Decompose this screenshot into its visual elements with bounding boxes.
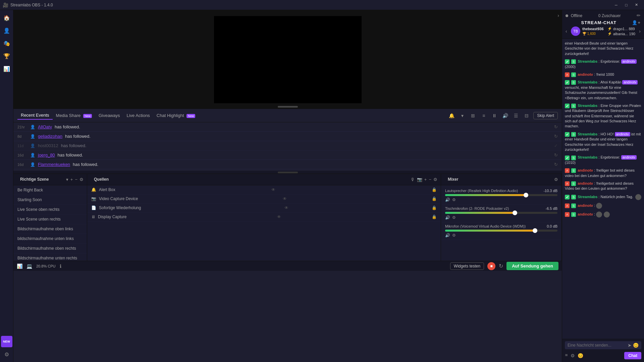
mixer-track[interactable] [445, 230, 557, 232]
mute-button[interactable]: 🔊 [445, 197, 450, 202]
resize-divider[interactable] [13, 171, 562, 174]
info-icon[interactable]: ℹ [60, 263, 61, 269]
source-visibility-icon[interactable]: 👁 [277, 215, 281, 219]
tab-recent-events[interactable]: Recent Events [17, 111, 53, 120]
mixer-track[interactable] [445, 212, 557, 214]
tab-media-share[interactable]: Media Share New [53, 112, 95, 119]
chat-input[interactable] [568, 343, 626, 348]
sl-icon: S [571, 59, 576, 64]
refresh-event-icon[interactable]: ↻ [554, 134, 558, 139]
sidebar-icon-themes[interactable]: 🎭 [1, 38, 12, 49]
scene-item[interactable]: Live Scene oben rechts [13, 205, 87, 215]
sources-camera-icon[interactable]: 📷 [417, 177, 422, 182]
sidebar-icon-analytics[interactable]: 📊 [1, 63, 12, 74]
display-capture-icon: 🖥 [91, 215, 95, 219]
chat-emoji-icon[interactable]: 😊 [578, 353, 583, 358]
list-item[interactable]: 📄 Sofortige Wiederholung 👁 🔒 [87, 203, 441, 213]
mixer-settings-icon[interactable]: ⚙ [554, 177, 558, 182]
check-event-icon[interactable]: ✓ [554, 143, 558, 148]
scene-item[interactable]: Starting Soon [13, 195, 87, 205]
scene-item[interactable]: Be Right Back [13, 185, 87, 195]
list-item[interactable]: 🖥 Display Capture 👁 🔒 [87, 213, 441, 222]
sidebar: 🏠 👤 🎭 🏆 📊 NEW ⚙ [0, 10, 13, 362]
scenes-add-icon[interactable]: + [70, 177, 73, 182]
scenes-settings-icon[interactable]: ⚙ [79, 177, 84, 182]
source-visibility-icon[interactable]: 👁 [271, 187, 275, 192]
mixer-options-icon[interactable]: ⚙ [452, 233, 456, 238]
event-username[interactable]: Flammenkueken [38, 162, 70, 167]
mixer-options-icon[interactable]: ⚙ [452, 215, 456, 220]
check-icon: ✔ [565, 195, 570, 199]
analytics-icon[interactable]: 📊 [17, 263, 22, 269]
scene-item[interactable]: Bildschirmaufnahme unten rechts [13, 253, 87, 261]
events-audio-icon[interactable]: 🔊 [501, 112, 509, 120]
chat-next-user-button[interactable]: › [639, 28, 641, 34]
sources-remove-icon[interactable]: − [429, 177, 431, 182]
sidebar-icon-goals[interactable]: 🏆 [1, 50, 12, 62]
emote-icon [596, 203, 602, 209]
event-username[interactable]: AllOaty [38, 124, 52, 129]
scene-item[interactable]: Bildschirmaufnahme oben links [13, 224, 87, 234]
avatar [635, 194, 641, 200]
chat-prev-user-button[interactable]: ‹ [566, 28, 567, 34]
filter-events-icon[interactable]: 🔔 [447, 112, 455, 120]
source-lock-icon[interactable]: 🔒 [432, 187, 437, 192]
event-username[interactable]: joerg_80 [38, 153, 55, 158]
sources-add-icon[interactable]: + [424, 177, 427, 182]
source-visibility-icon[interactable]: 👁 [283, 196, 287, 201]
refresh-event-icon[interactable]: ↻ [554, 124, 558, 129]
mute-button[interactable]: 🔊 [445, 215, 450, 220]
source-lock-icon[interactable]: 🔒 [432, 196, 437, 201]
tab-live-actions[interactable]: Live Actions [123, 112, 153, 119]
mixer-track[interactable] [445, 194, 557, 196]
widgets-test-button[interactable]: Widgets testen [450, 262, 484, 270]
events-grid-icon[interactable]: ⊞ [469, 112, 477, 120]
events-filter-icon[interactable]: ≡ [480, 112, 488, 120]
go-live-button[interactable]: Auf Sendung gehen [506, 262, 558, 270]
chat-emote-icon[interactable]: 😊 [633, 343, 639, 348]
tab-chat-highlight[interactable]: Chat Highlight New [153, 112, 199, 119]
sidebar-icon-settings[interactable]: ⚙ [1, 349, 12, 360]
mixer-options-icon[interactable]: ⚙ [452, 197, 456, 202]
close-button[interactable]: ✕ [631, 1, 641, 9]
event-username[interactable]: host00312 [38, 143, 58, 148]
chat-send-icon[interactable]: ➤ [628, 343, 632, 348]
events-list-icon[interactable]: ☰ [512, 112, 520, 120]
scene-item[interactable]: bildschirmaufnahme unten links [13, 234, 87, 244]
chat-add-user-icon[interactable]: 👤+ [632, 20, 641, 25]
sidebar-icon-profile[interactable]: 👤 [1, 25, 12, 36]
tab-giveaways[interactable]: Giveaways [95, 112, 123, 119]
events-pause-icon[interactable]: ⏸ [490, 112, 498, 120]
resize-handle[interactable] [278, 106, 298, 108]
scenes-remove-icon[interactable]: − [75, 177, 77, 182]
source-lock-icon[interactable]: 🔒 [432, 215, 437, 219]
source-lock-icon[interactable]: 🔒 [432, 205, 437, 210]
refresh-event-icon[interactable]: ↻ [554, 162, 558, 167]
chat-edit-icon[interactable]: ✏ [637, 13, 641, 18]
sidebar-icon-home[interactable]: 🏠 [1, 12, 12, 23]
mute-button[interactable]: 🔊 [445, 233, 450, 238]
user-icon: A [565, 203, 570, 208]
stop-button[interactable]: ■ [487, 262, 495, 270]
events-table-icon[interactable]: ⊟ [523, 112, 531, 120]
minimize-button[interactable]: ─ [611, 1, 621, 9]
source-visibility-icon[interactable]: 👁 [284, 205, 288, 210]
list-item[interactable]: 📷 Video Capture Device 👁 🔒 [87, 194, 441, 203]
chat-settings-icon[interactable]: ⚙ [571, 353, 575, 358]
collapse-button[interactable]: › [557, 13, 559, 18]
scenes-dropdown-icon[interactable]: ▾ [66, 177, 68, 182]
sidebar-icon-new-badge[interactable]: NEW [1, 336, 12, 347]
sources-settings-icon[interactable]: ⚙ [433, 177, 437, 182]
sl-icon2: S [571, 168, 576, 173]
chat-send-button[interactable]: Chat [624, 352, 641, 359]
sources-mic-icon[interactable]: 🎙 [411, 177, 415, 182]
refresh-button[interactable]: ↻ [499, 263, 503, 269]
skip-alert-button[interactable]: Skip Alert [533, 112, 558, 119]
events-dropdown-icon[interactable]: ▾ [458, 112, 466, 120]
refresh-event-icon[interactable]: ↻ [554, 153, 558, 158]
scene-item[interactable]: Bildschirmaufnahme oben rechts [13, 244, 87, 253]
event-username[interactable]: geliadizohan [38, 134, 62, 139]
maximize-button[interactable]: □ [621, 1, 631, 9]
scene-item[interactable]: Live Scene unten rechts [13, 215, 87, 224]
list-item[interactable]: 🔔 Alert Box 👁 🔒 [87, 185, 441, 194]
